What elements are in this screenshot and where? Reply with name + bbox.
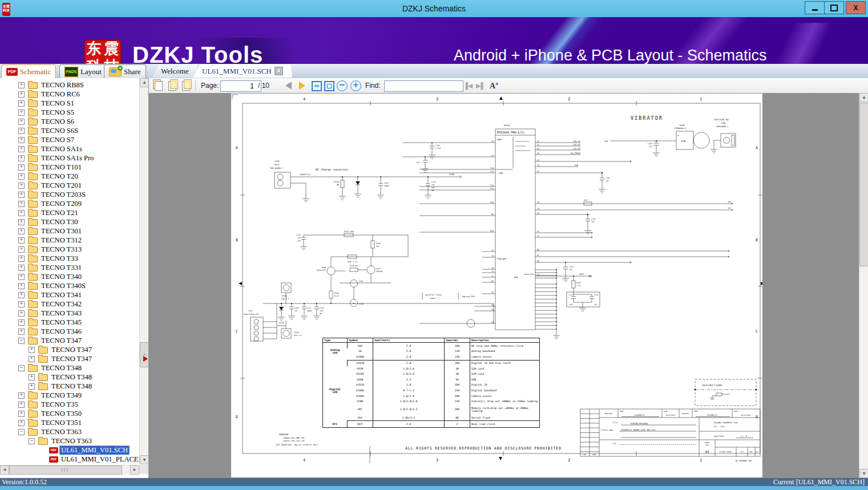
tree-item[interactable]: +TECNO T301 [0,226,139,236]
tree-item-label[interactable]: TECNO T209 [40,200,83,208]
tree-item-label[interactable]: TECNO T340S [40,282,87,290]
tree-item-label[interactable]: TECNO T342 [40,300,83,309]
scroll-right-icon[interactable]: ▶ [130,465,139,475]
expand-box-icon[interactable]: + [18,329,25,335]
tree-item-label[interactable]: TECNO S1 [40,99,75,108]
find-next-icon[interactable]: ▶▌ [476,82,485,90]
expand-box-icon[interactable]: + [18,219,25,225]
tree-item-label[interactable]: TECNO T347 [50,346,93,354]
expand-box-icon[interactable]: + [18,228,25,234]
tree-item-label[interactable]: TECNO T349 [40,391,83,400]
tree-item-label[interactable]: TECNO SA1s Pro [40,154,95,163]
expand-box-icon[interactable]: + [18,265,25,271]
tree-item[interactable]: +TECNO T347 [0,354,139,363]
expand-box-icon[interactable]: + [18,128,25,134]
tree-item-label[interactable]: TECNO T363 [40,428,83,436]
find-input[interactable] [384,80,463,92]
tree-item-label[interactable]: TECNO T351 [40,419,83,427]
collapse-box-icon[interactable]: − [29,438,35,444]
tree-item[interactable]: +TECNO T35 [0,400,139,409]
expand-box-icon[interactable]: + [18,301,25,307]
expand-box-icon[interactable]: + [18,201,25,207]
tree-item-label[interactable]: TECNO T348 [50,373,93,382]
expand-box-icon[interactable]: + [18,137,25,143]
collapse-box-icon[interactable]: − [18,429,25,435]
tree-item-label[interactable]: TECNO T343 [40,309,83,318]
tree-item-label[interactable]: TECNO T35 [40,400,79,409]
tree-item[interactable]: +TECNO T20 [0,172,139,181]
expand-box-icon[interactable]: + [18,183,25,189]
tree-item-label[interactable]: TECNO T348 [40,364,83,372]
tree-item-label[interactable]: TECNO T350 [40,410,83,418]
splitter-arrow-icon[interactable] [143,356,148,362]
expand-box-icon[interactable]: + [18,192,25,198]
expand-box-icon[interactable]: + [29,383,35,390]
tree-item-label[interactable]: TECNO T30 [40,218,79,226]
tree-item[interactable]: +TECNO S1 [0,99,139,108]
tree-item[interactable]: +TECNO T340S [0,281,139,290]
tab-layout[interactable]: PADS Layout [59,64,107,78]
tree-item[interactable]: +TECNO T313 [0,245,139,254]
tree-item[interactable]: +TECNO SA1s Pro [0,153,139,163]
expand-box-icon[interactable]: + [18,319,25,326]
tree-item-label[interactable]: TECNO RB8S [40,81,85,90]
tree-item[interactable]: +TECNO T346 [0,327,139,336]
expand-box-icon[interactable]: + [18,310,25,317]
sidebar-horizontal-scrollbar[interactable]: ◀ ▏▏▏ ▶ [0,465,139,475]
rotate-right-icon[interactable] [180,80,191,91]
scrollbar-thumb[interactable] [859,103,868,266]
tree-item[interactable]: +TECNO T348 [0,372,139,382]
tree-item[interactable]: +TECNO T209 [0,199,139,208]
tab-share[interactable]: + Share [104,64,146,78]
tree-item-label[interactable]: TECNO T345 [40,318,83,327]
expand-box-icon[interactable]: + [18,146,25,152]
tree-item[interactable]: +TECNO S7 [0,135,139,144]
tree-item-label[interactable]: TECNO T348 [50,382,93,391]
tree-item-label[interactable]: TECNO S7 [40,136,75,144]
tree-item[interactable]: +TECNO RB8S [0,80,139,90]
tree-item[interactable]: +TECNO T341 [0,290,139,299]
expand-box-icon[interactable]: + [18,283,25,289]
expand-box-icon[interactable]: + [18,173,25,180]
tree-item[interactable]: +TECNO T201 [0,181,139,190]
tree-item-label[interactable]: TECNO T331 [40,264,83,272]
tree-item-label[interactable]: TECNO T341 [40,291,83,299]
doc-tab-active-file[interactable]: UL61_MMI_V01.SCH x [193,64,292,78]
tree-item[interactable]: +TECNO T331 [0,263,139,272]
expand-box-icon[interactable]: + [29,347,35,353]
tree-item-label[interactable]: TECNO S6S [40,127,79,135]
scroll-down-icon[interactable]: ▼ [859,469,868,478]
expand-box-icon[interactable]: + [18,392,25,399]
collapse-box-icon[interactable]: − [18,365,25,371]
zoom-out-button[interactable]: − [337,80,348,91]
expand-box-icon[interactable]: + [18,164,25,171]
tree-item[interactable]: +TECNO SA1s [0,144,139,153]
expand-box-icon[interactable]: + [18,210,25,216]
tree-item-label[interactable]: UL61_MMI_V01_PLACEMENT [60,455,139,464]
tree-item[interactable]: +TECNO T347 [0,345,139,354]
tree-item-label[interactable]: TECNO T20 [40,172,79,181]
tab-schematic[interactable]: PDF Schematic [1,64,56,78]
minimize-button[interactable] [805,1,825,14]
tree-item-label[interactable]: TECNO T33 [40,254,79,263]
tree-item-label[interactable]: UL61_MMI_V01.SCH [60,446,129,455]
tree-item[interactable]: +TECNO S6S [0,126,139,135]
tree-item[interactable]: +TECNO S5 [0,108,139,117]
expand-box-icon[interactable]: + [29,356,35,362]
collapse-box-icon[interactable]: − [18,338,25,344]
tree-item-label[interactable]: TECNO T203S [40,191,87,199]
expand-box-icon[interactable]: + [18,100,25,107]
rotate-left-icon[interactable] [167,80,177,91]
tree-item[interactable]: +TECNO T30 [0,217,139,226]
expand-box-icon[interactable]: + [18,119,25,125]
next-page-button[interactable] [299,82,305,90]
zoom-in-button[interactable]: + [350,80,361,91]
tree-item[interactable]: +TECNO T345 [0,318,139,327]
tree-item-label[interactable]: TECNO T347 [50,355,93,363]
expand-box-icon[interactable]: + [18,411,25,417]
scroll-down-icon[interactable]: ▼ [140,455,149,464]
scroll-up-icon[interactable]: ▲ [859,93,868,102]
tree-item-label[interactable]: TECNO T346 [40,327,83,336]
expand-box-icon[interactable]: + [18,420,25,426]
tree-item[interactable]: −TECNO T348 [0,363,139,372]
